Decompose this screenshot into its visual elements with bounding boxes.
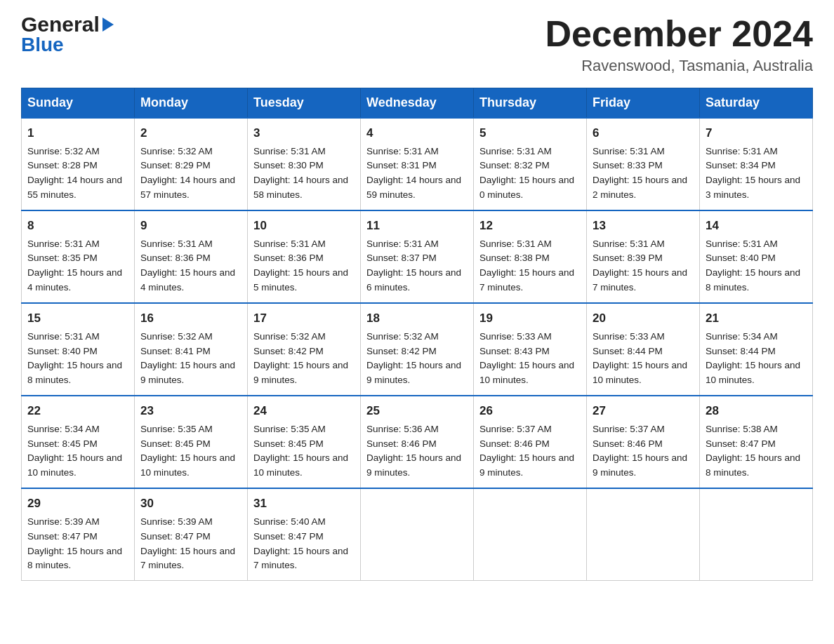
day-number: 20 — [593, 309, 694, 328]
day-number: 6 — [593, 124, 694, 142]
sunset-label: Sunset: 8:37 PM — [366, 253, 437, 263]
daylight-label: Daylight: 15 hours and 9 minutes. — [366, 452, 461, 478]
cell-week3-day3: 18Sunrise: 5:32 AMSunset: 8:42 PMDayligh… — [361, 303, 474, 396]
sunrise-label: Sunrise: 5:32 AM — [366, 331, 439, 342]
page-header: General Blue December 2024 Ravenswood, T… — [21, 14, 813, 75]
sunset-label: Sunset: 8:45 PM — [27, 438, 98, 449]
sunset-label: Sunset: 8:35 PM — [27, 253, 98, 263]
sunrise-label: Sunrise: 5:31 AM — [593, 146, 665, 156]
daylight-label: Daylight: 15 hours and 10 minutes. — [27, 452, 122, 478]
cell-week1-day4: 5Sunrise: 5:31 AMSunset: 8:32 PMDaylight… — [474, 118, 587, 210]
daylight-label: Daylight: 15 hours and 10 minutes. — [140, 452, 235, 478]
cell-week3-day6: 21Sunrise: 5:34 AMSunset: 8:44 PMDayligh… — [700, 303, 813, 396]
daylight-label: Daylight: 15 hours and 6 minutes. — [366, 267, 461, 293]
cell-week4-day5: 27Sunrise: 5:37 AMSunset: 8:46 PMDayligh… — [587, 396, 700, 488]
daylight-label: Daylight: 15 hours and 10 minutes. — [706, 360, 800, 385]
sunset-label: Sunset: 8:36 PM — [140, 253, 211, 263]
week-row-4: 22Sunrise: 5:34 AMSunset: 8:45 PMDayligh… — [22, 396, 813, 488]
day-number: 26 — [479, 402, 581, 420]
day-number: 10 — [253, 217, 355, 235]
sunrise-label: Sunrise: 5:32 AM — [140, 331, 213, 342]
sunrise-label: Sunrise: 5:31 AM — [253, 146, 326, 156]
sunrise-label: Sunrise: 5:34 AM — [27, 424, 100, 434]
daylight-label: Daylight: 15 hours and 2 minutes. — [593, 175, 687, 200]
cell-week5-day5 — [587, 488, 700, 581]
daylight-label: Daylight: 15 hours and 4 minutes. — [27, 267, 122, 293]
sunset-label: Sunset: 8:42 PM — [253, 346, 324, 356]
day-number: 9 — [140, 217, 241, 235]
sunrise-label: Sunrise: 5:33 AM — [479, 331, 552, 342]
cell-week4-day3: 25Sunrise: 5:36 AMSunset: 8:46 PMDayligh… — [361, 396, 474, 488]
cell-week1-day6: 7Sunrise: 5:31 AMSunset: 8:34 PMDaylight… — [700, 118, 813, 210]
day-number: 15 — [27, 309, 128, 328]
day-number: 27 — [593, 402, 694, 420]
daylight-label: Daylight: 15 hours and 9 minutes. — [593, 452, 687, 478]
header-row: SundayMondayTuesdayWednesdayThursdayFrid… — [22, 88, 813, 119]
logo-triangle-icon — [102, 18, 114, 32]
sunset-label: Sunset: 8:42 PM — [366, 346, 437, 356]
cell-week2-day4: 12Sunrise: 5:31 AMSunset: 8:38 PMDayligh… — [474, 210, 587, 303]
day-number: 17 — [253, 309, 355, 328]
cell-week4-day4: 26Sunrise: 5:37 AMSunset: 8:46 PMDayligh… — [474, 396, 587, 488]
sunset-label: Sunset: 8:31 PM — [366, 160, 437, 170]
daylight-label: Daylight: 15 hours and 7 minutes. — [479, 267, 574, 293]
sunrise-label: Sunrise: 5:31 AM — [366, 239, 439, 249]
day-number: 21 — [706, 309, 807, 328]
logo-line2: Blue — [21, 35, 114, 55]
cell-week5-day3 — [361, 488, 474, 581]
day-number: 3 — [253, 124, 355, 142]
daylight-label: Daylight: 15 hours and 8 minutes. — [706, 267, 800, 293]
sunset-label: Sunset: 8:36 PM — [253, 253, 324, 263]
cell-week5-day2: 31Sunrise: 5:40 AMSunset: 8:47 PMDayligh… — [248, 488, 361, 581]
cell-week5-day4 — [474, 488, 587, 581]
sunrise-label: Sunrise: 5:35 AM — [253, 424, 326, 434]
daylight-label: Daylight: 15 hours and 10 minutes. — [479, 360, 574, 385]
sunset-label: Sunset: 8:47 PM — [253, 531, 324, 542]
day-number: 29 — [27, 495, 128, 513]
daylight-label: Daylight: 15 hours and 9 minutes. — [253, 360, 348, 385]
cell-week1-day1: 2Sunrise: 5:32 AMSunset: 8:29 PMDaylight… — [135, 118, 248, 210]
sunrise-label: Sunrise: 5:37 AM — [479, 424, 552, 434]
sunset-label: Sunset: 8:47 PM — [706, 438, 776, 449]
daylight-label: Daylight: 15 hours and 9 minutes. — [366, 360, 461, 385]
cell-week2-day6: 14Sunrise: 5:31 AMSunset: 8:40 PMDayligh… — [700, 210, 813, 303]
sunset-label: Sunset: 8:47 PM — [140, 531, 211, 542]
cell-week4-day1: 23Sunrise: 5:35 AMSunset: 8:45 PMDayligh… — [135, 396, 248, 488]
sunset-label: Sunset: 8:43 PM — [479, 346, 550, 356]
cell-week3-day0: 15Sunrise: 5:31 AMSunset: 8:40 PMDayligh… — [22, 303, 135, 396]
day-number: 19 — [479, 309, 581, 328]
sunset-label: Sunset: 8:45 PM — [253, 438, 324, 449]
sunrise-label: Sunrise: 5:31 AM — [27, 331, 100, 342]
day-number: 23 — [140, 402, 241, 420]
daylight-label: Daylight: 14 hours and 57 minutes. — [140, 175, 235, 200]
cell-week1-day5: 6Sunrise: 5:31 AMSunset: 8:33 PMDaylight… — [587, 118, 700, 210]
day-number: 28 — [706, 402, 807, 420]
cell-week5-day6 — [700, 488, 813, 581]
sunset-label: Sunset: 8:34 PM — [706, 160, 776, 170]
cell-week5-day0: 29Sunrise: 5:39 AMSunset: 8:47 PMDayligh… — [22, 488, 135, 581]
daylight-label: Daylight: 15 hours and 9 minutes. — [140, 360, 235, 385]
sunset-label: Sunset: 8:46 PM — [479, 438, 550, 449]
cell-week1-day0: 1Sunrise: 5:32 AMSunset: 8:28 PMDaylight… — [22, 118, 135, 210]
sunset-label: Sunset: 8:33 PM — [593, 160, 663, 170]
header-friday: Friday — [587, 88, 700, 119]
sunset-label: Sunset: 8:40 PM — [27, 346, 98, 356]
sunrise-label: Sunrise: 5:31 AM — [27, 239, 100, 249]
day-number: 30 — [140, 495, 241, 513]
sunrise-label: Sunrise: 5:35 AM — [140, 424, 213, 434]
sunset-label: Sunset: 8:40 PM — [706, 253, 776, 263]
sunset-label: Sunset: 8:44 PM — [706, 346, 776, 356]
day-number: 1 — [27, 124, 128, 142]
sunrise-label: Sunrise: 5:39 AM — [27, 516, 100, 527]
sunset-label: Sunset: 8:45 PM — [140, 438, 211, 449]
daylight-label: Daylight: 15 hours and 7 minutes. — [593, 267, 687, 293]
sunrise-label: Sunrise: 5:32 AM — [140, 146, 213, 156]
cell-week5-day1: 30Sunrise: 5:39 AMSunset: 8:47 PMDayligh… — [135, 488, 248, 581]
cell-week2-day2: 10Sunrise: 5:31 AMSunset: 8:36 PMDayligh… — [248, 210, 361, 303]
cell-week3-day1: 16Sunrise: 5:32 AMSunset: 8:41 PMDayligh… — [135, 303, 248, 396]
cell-week2-day5: 13Sunrise: 5:31 AMSunset: 8:39 PMDayligh… — [587, 210, 700, 303]
daylight-label: Daylight: 15 hours and 7 minutes. — [140, 546, 235, 571]
logo-line1: General — [21, 14, 114, 35]
cell-week2-day0: 8Sunrise: 5:31 AMSunset: 8:35 PMDaylight… — [22, 210, 135, 303]
day-number: 5 — [479, 124, 581, 142]
